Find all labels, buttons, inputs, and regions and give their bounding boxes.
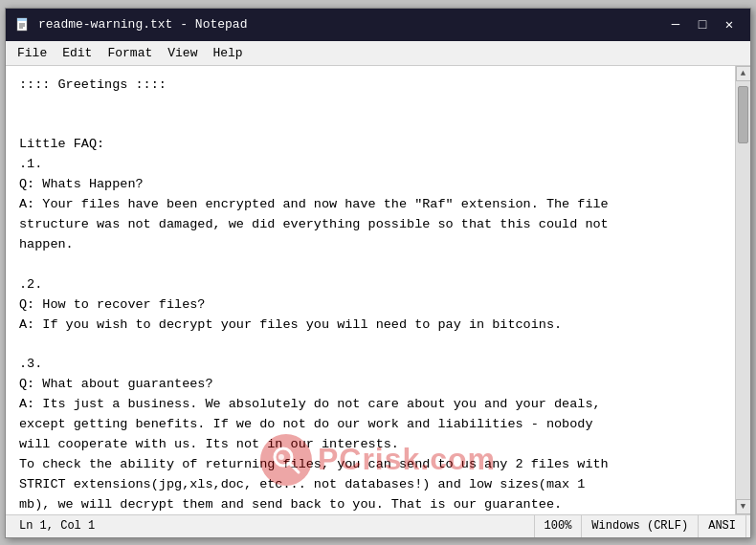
menu-help[interactable]: Help bbox=[205, 44, 250, 62]
scroll-track[interactable] bbox=[736, 81, 750, 499]
status-encoding: ANSI bbox=[699, 515, 746, 537]
svg-rect-1 bbox=[17, 18, 27, 21]
notepad-window: readme-warning.txt - Notepad ─ □ ✕ File … bbox=[5, 8, 751, 538]
title-bar: readme-warning.txt - Notepad ─ □ ✕ bbox=[6, 9, 750, 41]
scroll-thumb[interactable] bbox=[738, 86, 748, 143]
menu-view[interactable]: View bbox=[160, 44, 205, 62]
status-position: Ln 1, Col 1 bbox=[10, 515, 535, 537]
scrollbar[interactable]: ▲ ▼ bbox=[735, 66, 750, 514]
menu-bar: File Edit Format View Help bbox=[6, 41, 750, 66]
status-line-ending: Windows (CRLF) bbox=[582, 515, 699, 537]
scroll-up-arrow[interactable]: ▲ bbox=[736, 66, 751, 81]
status-zoom: 100% bbox=[535, 515, 583, 537]
menu-edit[interactable]: Edit bbox=[55, 44, 100, 62]
notepad-icon bbox=[15, 17, 31, 33]
text-editor[interactable]: :::: Greetings :::: Little FAQ: .1. Q: W… bbox=[6, 66, 735, 514]
content-area: :::: Greetings :::: Little FAQ: .1. Q: W… bbox=[6, 66, 750, 514]
content-wrapper: :::: Greetings :::: Little FAQ: .1. Q: W… bbox=[6, 66, 750, 514]
title-bar-left: readme-warning.txt - Notepad bbox=[15, 17, 247, 33]
status-bar: Ln 1, Col 1 100% Windows (CRLF) ANSI bbox=[6, 514, 750, 537]
close-button[interactable]: ✕ bbox=[718, 14, 741, 35]
scroll-down-arrow[interactable]: ▼ bbox=[736, 499, 751, 514]
minimize-button[interactable]: ─ bbox=[664, 14, 687, 35]
title-bar-controls: ─ □ ✕ bbox=[664, 14, 741, 35]
maximize-button[interactable]: □ bbox=[691, 14, 714, 35]
menu-format[interactable]: Format bbox=[100, 44, 160, 62]
window-title: readme-warning.txt - Notepad bbox=[38, 17, 247, 32]
menu-file[interactable]: File bbox=[10, 44, 55, 62]
